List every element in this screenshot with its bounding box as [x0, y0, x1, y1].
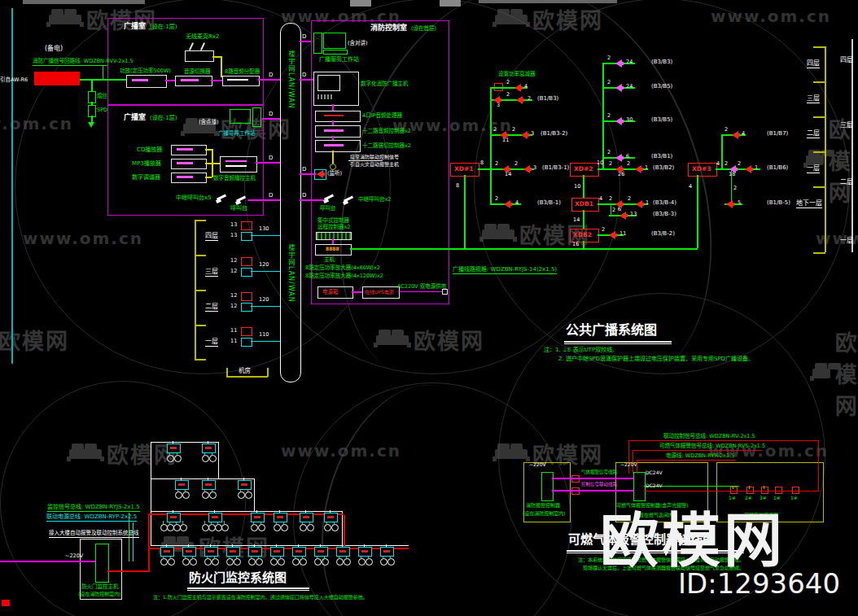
lan-label: 楼宇网LAN/WAN	[287, 50, 295, 109]
fd-host-label: 防火门监控主机	[81, 584, 119, 590]
door-status-node	[234, 558, 241, 566]
top-tab	[440, 0, 461, 7]
door-status-node	[387, 558, 395, 566]
circuit-label: (B1/B7)	[767, 131, 788, 137]
door-status-node	[175, 491, 182, 499]
floor-device-a	[241, 292, 252, 301]
ground-arrow-icon	[88, 122, 94, 128]
door-status-node	[182, 491, 190, 499]
floor-device-b	[241, 303, 252, 312]
power-source-label: 引自AW-R6	[0, 77, 28, 83]
line-number: 120	[259, 262, 269, 268]
floor-device-b	[241, 338, 252, 347]
terminal-node	[442, 289, 448, 295]
floor-label: 一层	[205, 339, 218, 347]
lan-label: 楼宇网LAN/WAN	[287, 244, 295, 303]
watermark-brand: 欧模网	[376, 324, 484, 356]
detector-tag: 3#	[760, 496, 767, 500]
line	[251, 271, 280, 272]
edge-floor-label: 四层	[840, 57, 853, 63]
speaker-count: 2	[602, 227, 605, 233]
ctrl1-label: 集中式控制器	[317, 218, 349, 224]
workstation-tower-icon	[252, 107, 261, 127]
door-status-node	[278, 558, 285, 566]
door-monitor-module	[248, 547, 262, 557]
watermark-url: www.om.cn	[23, 229, 143, 248]
bracket-line	[825, 46, 826, 252]
workstation-monitor-icon	[230, 109, 251, 124]
line	[211, 80, 222, 81]
speaker-icon	[516, 96, 523, 104]
bus-line	[151, 478, 254, 479]
circuit-label: (B1/B3)	[537, 96, 558, 102]
door-monitor-module	[160, 547, 174, 557]
sofa-icon	[482, 229, 514, 239]
line	[644, 491, 819, 491]
xd2-label: XD#2	[574, 166, 593, 173]
line	[760, 440, 819, 441]
speaker-count: 1	[646, 200, 649, 206]
line	[251, 341, 280, 342]
speaker-count: 6	[626, 154, 629, 159]
speaker-count: 2	[512, 127, 515, 133]
watermark-brand: 欧模网	[0, 324, 69, 356]
bus-line	[254, 478, 255, 511]
fcc-workstation-label: 广播服务工作站	[319, 57, 359, 63]
bracket-tick	[195, 255, 206, 256]
door-status-node	[160, 558, 168, 566]
floor-label: 三层	[205, 269, 218, 277]
speaker-count: 3	[531, 131, 534, 137]
device-detail	[132, 79, 148, 81]
speaker-count: 30	[626, 117, 633, 123]
speaker-count: 2	[607, 150, 611, 155]
spd-label: SPD	[97, 107, 107, 113]
speaker-icon	[502, 165, 509, 173]
line	[583, 175, 584, 198]
bracket-tick	[813, 252, 825, 254]
speaker-count: 5	[738, 200, 741, 206]
mp3-label: MP3播放器	[132, 161, 161, 167]
paging2-label: 中继呼叫台x2	[358, 197, 391, 203]
fcc-sub: (设在首层)	[411, 26, 436, 32]
line	[258, 79, 280, 81]
speaker-count: 2	[724, 161, 728, 167]
floor-label: 二层	[205, 304, 218, 312]
d-marker: D	[302, 34, 306, 40]
host-label: 数字化消防广播主机	[361, 81, 409, 87]
device-detail	[324, 129, 344, 132]
power-feed-block	[34, 72, 80, 85]
amp-label: 功放(定压功率500W)	[120, 68, 171, 74]
door-status-node	[167, 455, 174, 462]
watermark-brand: 欧模网	[495, 3, 603, 35]
speaker-icon	[729, 165, 736, 173]
fd-note: 注：1.防火门监控主机与显示装置设在消防控制室内，通过通信接口将信号接入大楼自动…	[153, 595, 368, 600]
watermark-brand-text: 欧模网	[532, 3, 603, 35]
door-status-node	[248, 558, 256, 566]
door-monitor-module	[202, 480, 216, 490]
attenuator-note: 设置功率衰减器	[498, 72, 536, 77]
circuit-label: (B3/B-3)	[653, 212, 676, 217]
ac-label: ~220V	[620, 462, 637, 467]
host-sub-label: 主机:	[324, 257, 336, 263]
pa-title: 公共广播系统图	[566, 324, 657, 337]
sofa-icon	[69, 449, 102, 459]
sofa-icon	[495, 15, 527, 24]
line	[721, 134, 723, 168]
drop-count: 8	[456, 183, 459, 189]
wireless-mic-label: 无线麦克Rx2	[186, 34, 219, 40]
speaker-count: 2	[607, 80, 611, 85]
bus-spec-label: 广播线路规格: WDZBN-RYJS-14(2x1.5)	[453, 267, 557, 274]
device-count: 12	[230, 304, 237, 309]
line	[749, 486, 750, 489]
door-status-node	[270, 558, 278, 566]
speaker-icon	[609, 231, 615, 239]
speaker-icon	[317, 170, 323, 178]
edge-floor-label: 二层	[840, 179, 853, 186]
ac-supply-label: AC220V 双电源供电	[397, 284, 446, 290]
drop-count: 14	[573, 217, 580, 223]
speaker-icon	[745, 165, 751, 173]
fd-controller	[95, 544, 109, 583]
fire-alarm-controller	[541, 472, 554, 501]
door-monitor-module	[336, 547, 350, 557]
speaker-count: 4	[524, 84, 527, 90]
